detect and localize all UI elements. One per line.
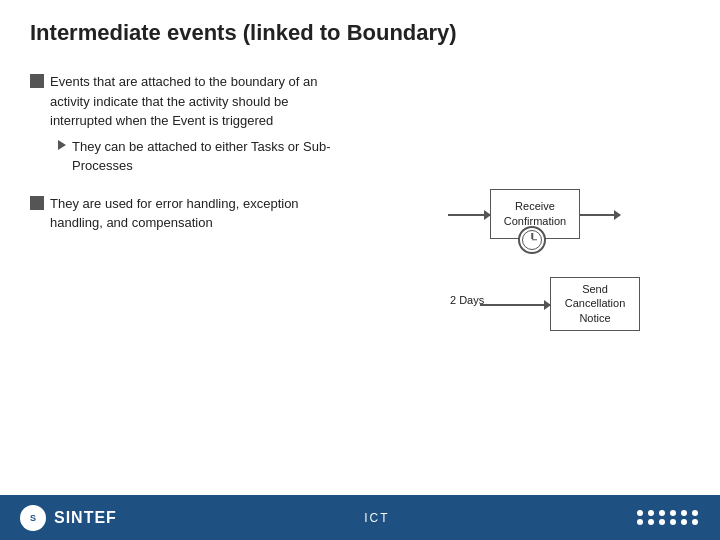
footer-dots: [637, 510, 700, 525]
main-area: Events that are attached to the boundary…: [30, 72, 690, 485]
slide-container: Intermediate events (linked to Boundary)…: [0, 0, 720, 540]
send-cancellation-box: SendCancellationNotice: [550, 277, 640, 331]
footer-logo-text: S: [30, 513, 36, 523]
slide-content: Intermediate events (linked to Boundary)…: [0, 0, 720, 495]
bullet-text-2: They are used for error handling, except…: [50, 196, 299, 231]
send-cancellation-label: SendCancellationNotice: [565, 282, 626, 325]
intermediate-event-circle: [518, 226, 546, 254]
dot-11: [681, 519, 687, 525]
diagram-area: ReceiveConfirmation 2 Days SendCancella: [350, 72, 690, 485]
dot-7: [637, 519, 643, 525]
dot-8: [648, 519, 654, 525]
dot-5: [681, 510, 687, 516]
list-item: Events that are attached to the boundary…: [30, 72, 340, 180]
dot-10: [670, 519, 676, 525]
sub-list-item: They can be attached to either Tasks or …: [58, 137, 340, 176]
dot-3: [659, 510, 665, 516]
slide-title: Intermediate events (linked to Boundary): [30, 20, 690, 52]
arrow-out-receive: [580, 214, 620, 216]
receive-confirmation-label: ReceiveConfirmation: [504, 199, 566, 228]
arrow-in-receive: [448, 214, 490, 216]
clock-icon: [522, 230, 542, 250]
footer-logo: S: [20, 505, 46, 531]
footer-brand: SINTEF: [54, 509, 117, 527]
sub-bullet-text-1: They can be attached to either Tasks or …: [72, 137, 340, 176]
footer-center-label: ICT: [364, 511, 389, 525]
dot-4: [670, 510, 676, 516]
list-item-2: They are used for error handling, except…: [30, 194, 340, 233]
bullet-icon: [30, 74, 44, 88]
bullet-list: Events that are attached to the boundary…: [30, 72, 340, 233]
bullet-icon-2: [30, 196, 44, 210]
bullet-text-1: Events that are attached to the boundary…: [50, 74, 317, 128]
arrow-to-send: [480, 304, 550, 306]
text-area: Events that are attached to the boundary…: [30, 72, 340, 485]
dot-6: [692, 510, 698, 516]
sub-bullet-list: They can be attached to either Tasks or …: [50, 137, 340, 176]
dot-9: [659, 519, 665, 525]
dot-1: [637, 510, 643, 516]
diagram-inner: ReceiveConfirmation 2 Days SendCancella: [380, 169, 660, 389]
dot-12: [692, 519, 698, 525]
arrow-icon: [58, 140, 66, 150]
footer: S SINTEF ICT: [0, 495, 720, 540]
footer-left: S SINTEF: [20, 505, 117, 531]
dot-2: [648, 510, 654, 516]
